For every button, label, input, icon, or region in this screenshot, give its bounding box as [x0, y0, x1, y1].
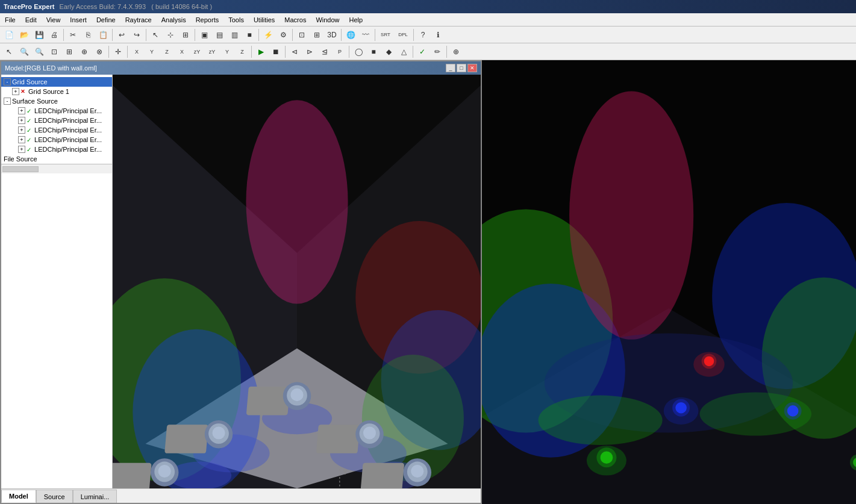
run-btn[interactable]: ▶ — [254, 45, 268, 59]
anim2[interactable]: ⊳ — [302, 45, 317, 59]
shape2[interactable]: ■ — [366, 45, 381, 59]
trace-btn[interactable]: ⊕ — [449, 45, 463, 59]
check-btn[interactable]: ✓ — [415, 45, 430, 59]
svg-point-6 — [246, 100, 348, 303]
menu-item-window[interactable]: Window — [311, 13, 344, 26]
window-controls: _ □ ✕ — [446, 64, 477, 72]
menu-item-file[interactable]: File — [0, 13, 20, 26]
axis-x[interactable]: X — [130, 45, 144, 59]
shape4[interactable]: △ — [396, 45, 411, 59]
menu-item-view[interactable]: View — [42, 13, 66, 26]
paste-button[interactable]: 📋 — [96, 28, 110, 42]
zoom-custom[interactable]: ⊕ — [77, 45, 92, 59]
pan-btn[interactable]: ✛ — [111, 45, 125, 59]
redo-button[interactable]: ↪ — [130, 28, 144, 42]
select-mode[interactable]: ↖ — [2, 45, 16, 59]
menu-item-edit[interactable]: Edit — [20, 13, 42, 26]
copy-button[interactable]: ⎘ — [81, 28, 95, 42]
tree-item-6[interactable]: +✓ LEDChip/Principal Er... — [1, 135, 112, 145]
select3-button[interactable]: ⊞ — [178, 28, 193, 42]
open-button[interactable]: 📂 — [17, 28, 31, 42]
print-button[interactable]: 🖨 — [47, 28, 61, 42]
select-button[interactable]: ↖ — [148, 28, 163, 42]
minimize-button[interactable]: _ — [446, 64, 455, 72]
3d-btn[interactable]: 3D — [325, 28, 339, 42]
tree-expander-0[interactable]: - — [4, 78, 11, 86]
tree-item-8[interactable]: File Source — [1, 154, 112, 164]
save-button[interactable]: 💾 — [32, 28, 46, 42]
tree-expander-2[interactable]: - — [4, 98, 11, 105]
tree-item-0[interactable]: -Grid Source — [1, 77, 112, 87]
axis-y2[interactable]: Y — [220, 45, 234, 59]
tree-expander-4[interactable]: + — [18, 117, 25, 124]
tree-expander-6[interactable]: + — [18, 136, 25, 143]
axis-z[interactable]: Z — [160, 45, 174, 59]
tab-luminai[interactable]: Luminai... — [73, 490, 117, 503]
tree-item-4[interactable]: +✓ LEDChip/Principal Er... — [1, 116, 112, 125]
zoom-box[interactable]: ⊡ — [47, 45, 61, 59]
zoom-out[interactable]: 🔍 — [32, 45, 46, 59]
zoom-in[interactable]: 🔍 — [17, 45, 31, 59]
cut-button[interactable]: ✂ — [66, 28, 80, 42]
zoom-all[interactable]: ⊡ — [295, 28, 309, 42]
new-button[interactable]: 📄 — [2, 28, 16, 42]
axis-y[interactable]: Y — [145, 45, 159, 59]
solid-select[interactable]: ■ — [242, 28, 257, 42]
undo-button[interactable]: ↩ — [114, 28, 129, 42]
menu-item-define[interactable]: Define — [92, 13, 120, 26]
stop-btn[interactable]: ⏹ — [269, 45, 283, 59]
ray2-btn[interactable]: ⚙ — [276, 28, 290, 42]
shape3[interactable]: ◆ — [381, 45, 396, 59]
srt-btn[interactable]: SRT — [377, 28, 394, 42]
surface-select[interactable]: ▤ — [212, 28, 226, 42]
3d-viewport[interactable]: X Y Z Y — [113, 75, 481, 488]
menu-item-help[interactable]: Help — [345, 13, 368, 26]
axis-x2[interactable]: X — [175, 45, 189, 59]
zoom-fit[interactable]: ⊞ — [310, 28, 324, 42]
model-title-bar: Model:[RGB LED with wall.oml] _ □ ✕ — [1, 61, 481, 75]
scrollbar-thumb[interactable] — [2, 166, 39, 172]
zoom-fit2[interactable]: ⊞ — [62, 45, 77, 59]
box-select[interactable]: ▣ — [197, 28, 211, 42]
axis-zy[interactable]: zY — [190, 45, 204, 59]
tab-model[interactable]: Model — [1, 490, 36, 503]
axis-zy2[interactable]: zY — [205, 45, 219, 59]
tree-expander-1[interactable]: + — [12, 88, 19, 95]
select2-button[interactable]: ⊹ — [163, 28, 178, 42]
axis-z2[interactable]: Z — [235, 45, 249, 59]
tree-expander-3[interactable]: + — [18, 107, 25, 114]
menu-item-raytrace[interactable]: Raytrace — [120, 13, 157, 26]
dpl-btn[interactable]: DPL — [395, 28, 411, 42]
menu-item-utilities[interactable]: Utilities — [249, 13, 280, 26]
edge-select[interactable]: ▥ — [227, 28, 242, 42]
menu-item-macros[interactable]: Macros — [280, 13, 311, 26]
menu-item-analysis[interactable]: Analysis — [157, 13, 191, 26]
anim3[interactable]: ⊴ — [317, 45, 332, 59]
tree-item-7[interactable]: +✓ LEDChip/Principal Er... — [1, 145, 112, 154]
pen-btn[interactable]: ✏ — [430, 45, 445, 59]
globe-btn[interactable]: 🌐 — [343, 28, 358, 42]
tree-expander-7[interactable]: + — [18, 146, 25, 153]
zoom-custom2[interactable]: ⊗ — [92, 45, 107, 59]
maximize-button[interactable]: □ — [457, 64, 466, 72]
tree-item-5[interactable]: +✓ LEDChip/Principal Er... — [1, 125, 112, 135]
menu-item-insert[interactable]: Insert — [65, 13, 92, 26]
tree-item-1[interactable]: +✕ Grid Source 1 — [1, 87, 112, 96]
toolbar-2: ↖ 🔍 🔍 ⊡ ⊞ ⊕ ⊗ ✛ X Y Z X zY zY Y Z ▶ ⏹ ⊲ … — [0, 43, 856, 60]
menu-item-tools[interactable]: Tools — [223, 13, 249, 26]
svg-point-57 — [693, 352, 725, 376]
shape1[interactable]: ◯ — [351, 45, 366, 59]
tree-item-2[interactable]: -Surface Source — [1, 96, 112, 106]
help-btn[interactable]: ? — [416, 28, 430, 42]
wave-btn[interactable]: 〰 — [358, 28, 373, 42]
menu-item-reports[interactable]: Reports — [191, 13, 224, 26]
info-btn[interactable]: ℹ — [431, 28, 445, 42]
anim1[interactable]: ⊲ — [287, 45, 302, 59]
tab-source[interactable]: Source — [36, 490, 73, 503]
tree-expander-5[interactable]: + — [18, 126, 25, 134]
tree-scrollbar[interactable] — [1, 164, 112, 173]
close-button[interactable]: ✕ — [467, 64, 477, 72]
tree-item-3[interactable]: +✓ LEDChip/Principal Er... — [1, 106, 112, 116]
flux-p[interactable]: P — [333, 45, 347, 59]
ray-btn[interactable]: ⚡ — [261, 28, 275, 42]
